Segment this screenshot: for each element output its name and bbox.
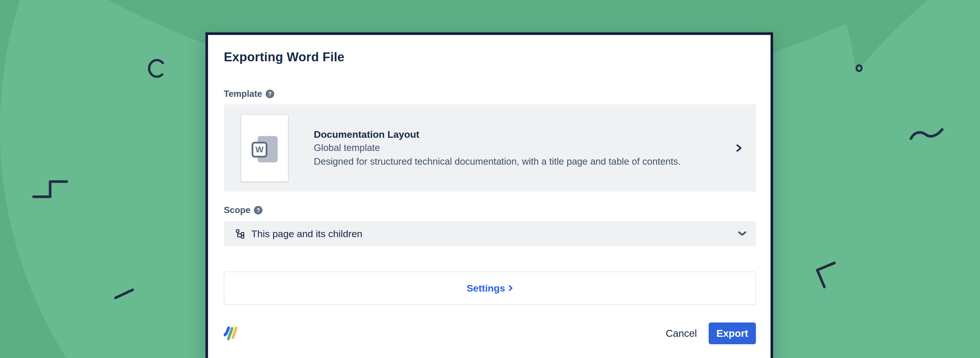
settings-panel: Settings: [224, 271, 756, 305]
chevron-right-small-icon: [508, 285, 513, 291]
app-logo: [224, 326, 241, 341]
help-glyph: ?: [256, 208, 260, 213]
template-label: Template: [224, 89, 262, 99]
template-type: Global template: [314, 141, 726, 154]
page-tree-icon: [235, 229, 245, 239]
step-line-doodle: [32, 180, 69, 199]
settings-link[interactable]: Settings: [466, 283, 513, 294]
scope-selected-value: This page and its children: [251, 228, 738, 239]
template-card[interactable]: W Documentation Layout Global template D…: [224, 104, 756, 192]
help-glyph: ?: [268, 91, 272, 97]
chevron-down-icon: [738, 231, 746, 236]
word-icon-letter: W: [255, 145, 263, 154]
scope-select[interactable]: This page and its children: [224, 221, 756, 246]
template-card-text: Documentation Layout Global template Des…: [314, 128, 726, 168]
template-name: Documentation Layout: [314, 128, 726, 141]
chevron-right-icon: [735, 144, 743, 152]
template-label-row: Template ?: [224, 89, 756, 99]
help-icon[interactable]: ?: [266, 90, 274, 98]
dialog-footer: Cancel Export: [224, 323, 756, 344]
dialog-title: Exporting Word File: [224, 50, 756, 64]
export-button[interactable]: Export: [709, 323, 756, 344]
export-word-dialog: Exporting Word File Template ? W Documen…: [205, 32, 773, 358]
scope-label-row: Scope ?: [224, 205, 756, 215]
word-icon: W: [251, 142, 267, 157]
scope-label: Scope: [224, 205, 250, 215]
open-circle-doodle: [148, 57, 169, 81]
template-thumbnail: W: [241, 114, 288, 182]
slash-doodle: [114, 288, 134, 299]
tilde-doodle: [909, 127, 944, 141]
dot-ring-doodle: [855, 63, 864, 73]
footer-buttons: Cancel Export: [663, 323, 756, 344]
cancel-button[interactable]: Cancel: [663, 328, 700, 339]
template-description: Designed for structured technical docume…: [314, 154, 726, 168]
angle-doodle: [816, 261, 837, 289]
settings-link-label: Settings: [466, 283, 505, 294]
help-icon[interactable]: ?: [254, 206, 262, 214]
